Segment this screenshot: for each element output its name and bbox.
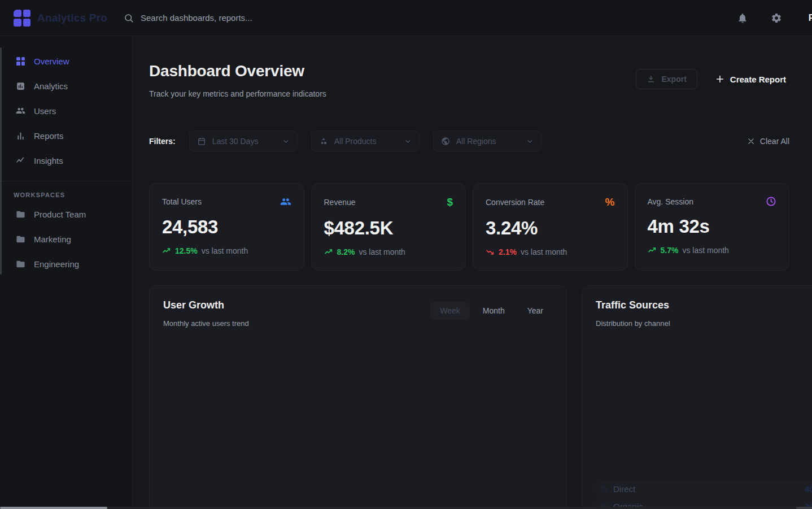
bell-icon — [737, 12, 748, 24]
stat-delta: 8.2% — [337, 247, 355, 256]
workspace-item-label: Product Team — [34, 210, 86, 219]
percent-icon: % — [605, 196, 615, 208]
stat-delta: 2.1% — [499, 247, 517, 256]
page-actions: Export Create Report — [636, 69, 789, 89]
chart-title: User Growth — [163, 299, 249, 311]
calendar-icon — [197, 137, 206, 146]
stat-value: 24,583 — [162, 216, 291, 238]
stat-card-total-users: Total Users 24,583 12.5% vs last month — [149, 183, 304, 271]
grid-icon — [16, 56, 25, 66]
tab-month[interactable]: Month — [473, 302, 514, 320]
stat-delta-caption: vs last month — [521, 247, 567, 256]
scrollbar-corner — [796, 507, 812, 509]
search-icon — [124, 13, 134, 23]
workspace-item-product-team[interactable]: Product Team — [0, 202, 132, 227]
stat-value: $482.5K — [324, 217, 453, 239]
stat-delta-caption: vs last month — [359, 247, 405, 256]
tab-week[interactable]: Week — [430, 302, 470, 320]
user-growth-chart-area — [163, 328, 553, 509]
folder-icon — [16, 259, 25, 269]
stat-delta: 5.7% — [661, 246, 679, 255]
trending-down-icon — [486, 247, 495, 256]
create-report-button[interactable]: Create Report — [712, 69, 789, 89]
stat-card-avg-session: Avg. Session 4m 32s 5.7% vs last month — [635, 183, 790, 271]
app-brand[interactable]: Analytics Pro — [0, 10, 119, 27]
workspaces-heading: WORKSPACES — [0, 192, 132, 198]
trending-up-icon — [324, 247, 333, 256]
legend-label: Direct — [613, 484, 635, 494]
traffic-sources-card: Traffic Sources Distribution by channel … — [582, 285, 812, 509]
stat-label: Revenue — [324, 198, 356, 207]
stat-delta-caption: vs last month — [682, 246, 728, 255]
top-bar: Analytics Pro P — [0, 0, 812, 36]
date-range-dropdown[interactable]: Last 30 Days — [189, 130, 298, 152]
dropdown-value: All Regions — [456, 137, 496, 146]
chart-subtitle: Distribution by channel — [596, 319, 670, 328]
tab-year[interactable]: Year — [518, 302, 553, 320]
sidebar-item-label: Analytics — [34, 81, 68, 91]
stat-label: Conversion Rate — [486, 198, 544, 207]
top-bar-actions: P — [736, 10, 812, 26]
dropdown-value: All Products — [334, 137, 377, 146]
horizontal-scrollbar — [0, 507, 812, 509]
globe-icon — [441, 137, 450, 146]
legend-swatch — [601, 486, 607, 492]
search-input[interactable] — [141, 13, 378, 23]
gear-icon — [771, 12, 782, 24]
trending-up-icon — [162, 246, 171, 255]
stat-cards: Total Users 24,583 12.5% vs last month R… — [149, 183, 789, 271]
trending-up-icon — [648, 246, 657, 255]
clock-icon — [766, 196, 776, 207]
notifications-button[interactable] — [736, 11, 749, 25]
folder-icon — [16, 234, 25, 244]
close-icon — [747, 137, 755, 145]
workspaces-section: WORKSPACES Product Team Marketing Engine… — [0, 181, 132, 276]
dropdown-value: Last 30 Days — [212, 137, 259, 146]
sidebar-item-insights[interactable]: Insights — [0, 148, 132, 173]
folder-icon — [16, 210, 25, 219]
chevron-down-icon — [526, 138, 534, 145]
sidebar-item-analytics[interactable]: Analytics — [0, 73, 132, 98]
sidebar: Overview Analytics Users Reports Insight… — [0, 36, 133, 509]
sidebar-item-overview[interactable]: Overview — [0, 49, 132, 73]
export-button[interactable]: Export — [636, 69, 697, 89]
horizontal-scrollbar-thumb[interactable] — [0, 507, 107, 509]
settings-button[interactable] — [770, 11, 783, 25]
filters-label: Filters: — [149, 137, 176, 146]
package-icon — [319, 137, 328, 146]
workspace-item-engineering[interactable]: Engineering — [0, 251, 132, 276]
legend-item-direct: Direct 40% — [596, 481, 812, 497]
stat-label: Avg. Session — [648, 197, 693, 206]
page-subtitle: Track your key metrics and performance i… — [149, 89, 326, 98]
workspace-item-label: Marketing — [34, 234, 71, 244]
charts-row: User Growth Monthly active users trend W… — [149, 285, 789, 509]
chevron-down-icon — [282, 138, 290, 145]
stat-delta-caption: vs last month — [202, 246, 248, 255]
period-tabs: Week Month Year — [430, 302, 553, 320]
stat-value: 4m 32s — [648, 216, 777, 237]
stat-card-revenue: Revenue $ $482.5K 8.2% vs last month — [311, 183, 466, 271]
chart-title: Traffic Sources — [596, 299, 670, 311]
regions-dropdown[interactable]: All Regions — [433, 130, 542, 152]
clear-filters-button[interactable]: Clear All — [747, 137, 789, 146]
sidebar-scrollbar[interactable] — [0, 47, 2, 275]
bar-square-icon — [16, 81, 25, 91]
sidebar-item-reports[interactable]: Reports — [0, 123, 132, 148]
workspace-item-marketing[interactable]: Marketing — [0, 227, 132, 251]
page-header: Dashboard Overview Track your key metric… — [149, 62, 789, 98]
bar-chart-icon — [16, 131, 25, 141]
sidebar-item-users[interactable]: Users — [0, 98, 132, 123]
stat-card-conversion-rate: Conversion Rate % 3.24% 2.1% vs last mon… — [473, 183, 628, 271]
chevron-down-icon — [404, 138, 412, 145]
user-avatar[interactable]: P — [804, 10, 812, 26]
sidebar-item-label: Users — [34, 106, 56, 116]
sidebar-item-label: Reports — [34, 131, 64, 141]
page-title: Dashboard Overview — [149, 62, 326, 80]
app-logo-icon — [14, 10, 30, 27]
workspace-item-label: Engineering — [34, 259, 79, 269]
stat-value: 3.24% — [486, 217, 615, 239]
products-dropdown[interactable]: All Products — [311, 130, 420, 152]
download-icon — [647, 75, 656, 84]
traffic-sources-chart-area — [596, 328, 812, 481]
filters-bar: Filters: Last 30 Days All Products All R… — [149, 127, 789, 156]
